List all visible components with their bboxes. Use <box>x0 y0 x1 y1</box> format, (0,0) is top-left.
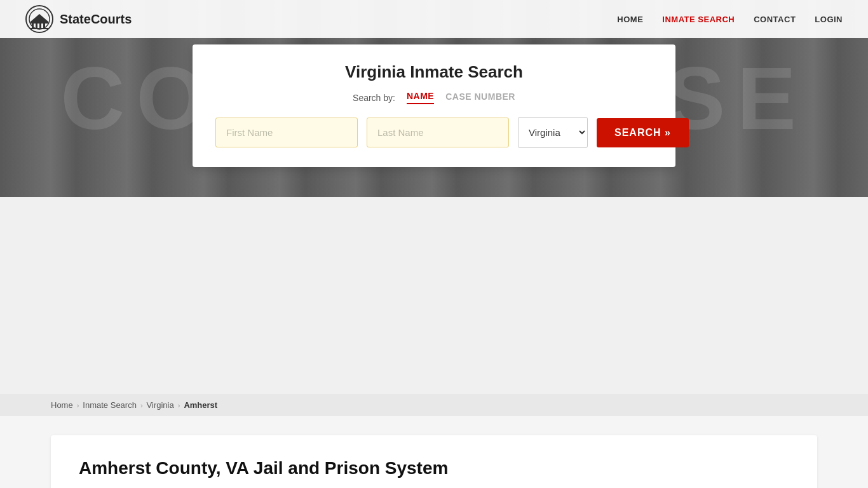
nav-bar: StateCourts HOME INMATE SEARCH CONTACT L… <box>0 0 868 38</box>
search-by-row: Search by: NAME CASE NUMBER <box>215 91 653 104</box>
nav-login[interactable]: LOGIN <box>815 15 843 24</box>
state-select[interactable]: Virginia Alabama Alaska California Flori… <box>518 117 588 148</box>
nav-home[interactable]: HOME <box>617 15 643 24</box>
search-card: Virginia Inmate Search Search by: NAME C… <box>193 44 675 167</box>
search-inputs: Virginia Alabama Alaska California Flori… <box>215 117 653 148</box>
svg-rect-8 <box>31 28 48 29</box>
main-content: Amherst County, VA Jail and Prison Syste… <box>0 416 868 488</box>
first-name-input[interactable] <box>215 118 358 147</box>
breadcrumb: Home › Inmate Search › Virginia › Amhers… <box>0 394 868 416</box>
svg-rect-6 <box>31 22 48 24</box>
breadcrumb-home[interactable]: Home <box>51 400 73 410</box>
breadcrumb-virginia[interactable]: Virginia <box>147 400 174 410</box>
search-by-label: Search by: <box>353 93 395 103</box>
search-card-title: Virginia Inmate Search <box>215 62 653 82</box>
breadcrumb-inmate-search[interactable]: Inmate Search <box>83 400 137 410</box>
tab-case-number[interactable]: CASE NUMBER <box>445 92 515 104</box>
breadcrumb-sep-1: › <box>77 402 79 409</box>
tab-name[interactable]: NAME <box>407 91 434 104</box>
breadcrumb-current: Amherst <box>184 400 217 410</box>
svg-rect-4 <box>39 23 41 28</box>
svg-rect-5 <box>43 23 45 28</box>
svg-rect-3 <box>36 23 37 28</box>
svg-marker-7 <box>31 14 48 22</box>
nav-inmate-search[interactable]: INMATE SEARCH <box>662 15 735 24</box>
logo[interactable]: StateCourts <box>25 5 132 33</box>
breadcrumb-sep-2: › <box>140 402 143 409</box>
header: COURTHOUSE StateCourts HOME INMATE SEARC… <box>0 0 868 197</box>
nav-links: HOME INMATE SEARCH CONTACT LOGIN <box>617 15 843 24</box>
breadcrumb-sep-3: › <box>178 402 180 409</box>
logo-icon <box>25 5 53 33</box>
content-title: Amherst County, VA Jail and Prison Syste… <box>79 458 789 478</box>
svg-rect-2 <box>32 23 34 28</box>
content-card: Amherst County, VA Jail and Prison Syste… <box>51 435 817 488</box>
logo-text: StateCourts <box>60 12 132 27</box>
nav-contact[interactable]: CONTACT <box>754 15 796 24</box>
search-button[interactable]: SEARCH » <box>597 118 689 147</box>
last-name-input[interactable] <box>367 118 509 147</box>
